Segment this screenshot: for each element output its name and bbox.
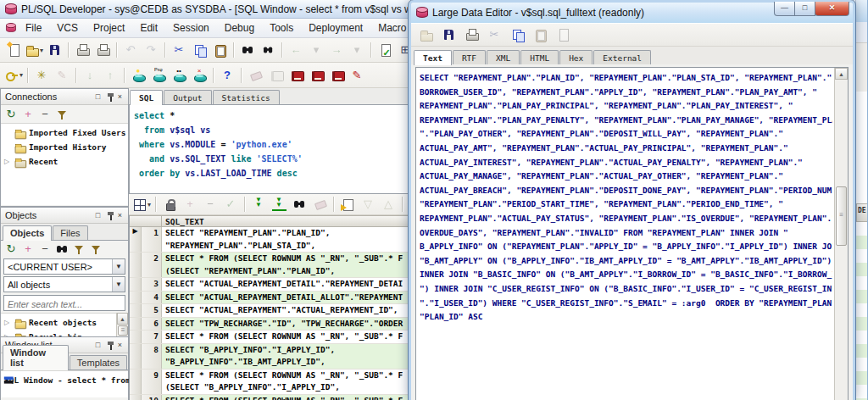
menu-item-tools[interactable]: Tools: [262, 20, 301, 36]
row-number[interactable]: 3: [142, 278, 162, 291]
print-button[interactable]: [461, 25, 481, 44]
open-file-dropdown-icon[interactable]: ▾: [40, 47, 43, 54]
rollback-button[interactable]: ×: [189, 66, 209, 85]
print-button[interactable]: [72, 41, 92, 59]
fulltext-scrollbar[interactable]: ▲: [834, 68, 848, 400]
edit-mode-button[interactable]: ✎: [52, 66, 72, 85]
fetch-all-button[interactable]: ▼ ▼: [269, 195, 289, 214]
row-number[interactable]: 4: [142, 292, 162, 304]
undo-button[interactable]: ↶: [120, 41, 141, 59]
delete-row-button[interactable]: −: [200, 195, 220, 214]
tree-item[interactable]: Imported Fixed Users: [3, 125, 128, 140]
row-number[interactable]: 5: [142, 304, 162, 317]
export-button[interactable]: ↑: [100, 66, 120, 85]
tab-objects[interactable]: Objects: [3, 225, 52, 241]
sql-window-button[interactable]: ᴾˢᵠ: [148, 66, 169, 85]
chevron-down-icon[interactable]: ▼: [112, 277, 125, 292]
save-button[interactable]: [44, 41, 64, 59]
copy-button[interactable]: [507, 25, 527, 44]
scrollbar-thumb[interactable]: [118, 325, 128, 336]
dialog-tab-xml[interactable]: XML: [487, 50, 520, 64]
copy-button[interactable]: [189, 41, 209, 59]
remove-connection-button[interactable]: −: [37, 107, 53, 122]
paste-button[interactable]: [209, 41, 230, 59]
pin-panel-icon[interactable]: [103, 340, 114, 351]
find-button[interactable]: [237, 41, 258, 59]
scroll-up-icon[interactable]: ▲: [117, 313, 128, 325]
user-select[interactable]: <CURRENT USER> ▼: [3, 258, 125, 275]
refresh-connections-button[interactable]: ↻: [3, 107, 19, 122]
grid-mode-dropdown-icon[interactable]: ▾: [147, 201, 151, 208]
add-connection-button[interactable]: +: [20, 107, 36, 122]
reference-2-button[interactable]: [306, 66, 326, 85]
fetch-next-page-button[interactable]: ▼ ▼: [248, 195, 269, 214]
find-next-button[interactable]: [258, 41, 278, 59]
window-list-item[interactable]: SQL Window - select * from: [3, 373, 128, 387]
close-button[interactable]: ✕: [815, 2, 849, 16]
float-panel-icon[interactable]: □: [92, 92, 103, 103]
redo-button[interactable]: ↷: [141, 41, 161, 59]
float-panel-icon[interactable]: □: [92, 210, 103, 221]
menu-item-debug[interactable]: Debug: [217, 20, 262, 36]
remove-object-button[interactable]: −: [37, 242, 53, 257]
filter-connections-button[interactable]: [54, 107, 70, 122]
describe-button[interactable]: ✎: [347, 66, 367, 85]
erase-button[interactable]: [245, 66, 265, 85]
menu-item-file[interactable]: File: [18, 20, 49, 36]
scroll-up-icon[interactable]: ▲: [835, 68, 848, 80]
row-number[interactable]: 6: [142, 318, 162, 331]
object-search-input[interactable]: [4, 297, 125, 312]
row-number[interactable]: 10: [142, 395, 162, 400]
minimize-button[interactable]: —: [774, 2, 795, 16]
row-number[interactable]: 1: [142, 227, 162, 252]
expand-arrow-icon[interactable]: ▷: [3, 158, 11, 165]
dialog-tab-rtf[interactable]: RTF: [453, 50, 486, 64]
row-number[interactable]: 9: [142, 369, 162, 394]
menu-item-vcs[interactable]: VCS: [49, 20, 86, 36]
row-number[interactable]: 8: [142, 344, 162, 369]
forward-menu-button[interactable]: ▾: [347, 41, 367, 59]
manual-button[interactable]: [265, 66, 286, 85]
menu-item-deployment[interactable]: Deployment: [301, 20, 370, 36]
forward-button[interactable]: →: [326, 41, 347, 59]
lock-record-button[interactable]: [159, 195, 180, 214]
dialog-tab-html[interactable]: HTML: [520, 50, 559, 64]
previous-set-button[interactable]: ▽: [358, 195, 378, 214]
commit-button[interactable]: ●: [128, 66, 148, 85]
cut-button[interactable]: ✂: [484, 25, 504, 44]
add-object-button[interactable]: +: [20, 242, 36, 257]
tree-item[interactable]: Imported History: [3, 140, 128, 154]
highlight-button[interactable]: [309, 195, 330, 214]
object-filter-select[interactable]: All objects ▼: [3, 276, 125, 292]
tab-window-list[interactable]: Window list: [3, 345, 69, 370]
properties-button[interactable]: [553, 25, 573, 44]
paste-button[interactable]: [530, 25, 550, 44]
menu-item-session[interactable]: Session: [165, 20, 217, 36]
dialog-tab-text[interactable]: Text: [414, 50, 452, 65]
post-changes-button[interactable]: ✓: [220, 195, 241, 214]
dialog-tab-hex[interactable]: Hex: [559, 50, 593, 64]
scrollbar-thumb[interactable]: [836, 186, 847, 246]
import-button[interactable]: ↓: [80, 66, 100, 85]
menu-item-edit[interactable]: Edit: [132, 20, 165, 36]
browse-data-button[interactable]: ••: [169, 66, 189, 85]
row-number[interactable]: 2: [142, 253, 162, 277]
tree-item[interactable]: ▷Recent objects: [3, 315, 116, 330]
log-on-button[interactable]: ▾: [3, 66, 24, 85]
dialog-tab-external[interactable]: External: [593, 50, 651, 64]
pin-panel-icon[interactable]: [103, 92, 114, 103]
script-check-button[interactable]: [375, 41, 395, 59]
dialog-titlebar[interactable]: Large Data Editor - v$sql.sql_fulltext (…: [411, 3, 853, 23]
configure-button[interactable]: ✳: [31, 66, 52, 85]
expand-arrow-icon[interactable]: ▷: [3, 319, 11, 326]
log-on-dropdown-icon[interactable]: ▾: [19, 71, 23, 79]
close-panel-icon[interactable]: ×: [114, 210, 125, 221]
close-panel-icon[interactable]: ×: [114, 92, 125, 103]
reference-1-button[interactable]: [286, 66, 306, 85]
export-data-button[interactable]: [337, 195, 358, 214]
new-document-button[interactable]: [3, 41, 24, 59]
mdi-child-icon[interactable]: [4, 22, 16, 34]
menu-item-project[interactable]: Project: [86, 20, 132, 36]
tab-output[interactable]: Output: [164, 90, 211, 104]
print-preview-button[interactable]: [92, 41, 113, 59]
